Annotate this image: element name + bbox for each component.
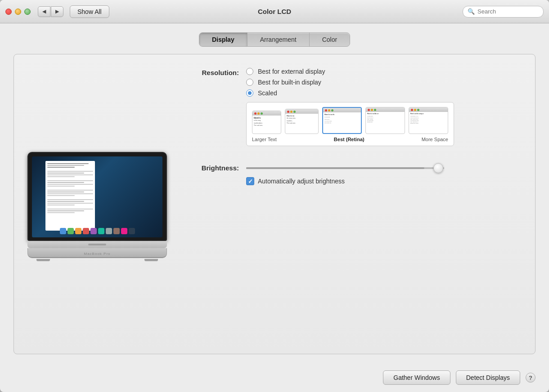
doc-line xyxy=(47,173,84,174)
doc-line xyxy=(47,195,75,196)
scale-preview-large: Here's to the crazy ones. troublem... Th… xyxy=(285,109,319,134)
search-input[interactable] xyxy=(477,8,539,15)
maximize-button[interactable] xyxy=(24,9,31,15)
radio-best-builtin[interactable]: Best for built-in display xyxy=(246,79,454,86)
doc-line xyxy=(47,199,93,200)
preview-dot-yellow xyxy=(371,109,373,111)
detect-displays-button[interactable]: Detect Displays xyxy=(456,370,520,385)
minimize-button[interactable] xyxy=(15,9,21,15)
scale-option-larger-text[interactable]: Here's to the crazy troublemakers The ro… xyxy=(252,111,281,134)
dock-icon xyxy=(129,228,135,234)
scale-preview-larger-text: Here's to the crazy troublemakers The ro… xyxy=(252,111,281,134)
help-button[interactable]: ? xyxy=(526,373,536,383)
tabs-container: Display Arrangement Color xyxy=(199,32,350,47)
back-button[interactable]: ◀ xyxy=(38,6,50,17)
radio-dot-scaled xyxy=(248,91,252,95)
show-all-button[interactable]: Show All xyxy=(70,5,109,18)
auto-brightness-row: ✓ Automatically adjust brightness xyxy=(246,177,522,185)
preview-titlebar xyxy=(366,107,405,112)
radio-circle-best-external[interactable] xyxy=(246,68,253,75)
scale-option-best-retina[interactable]: Here's to th troublemak ones who... The … xyxy=(322,107,362,134)
brightness-controls xyxy=(246,167,444,169)
doc-line xyxy=(47,186,75,187)
radio-scaled[interactable]: Scaled xyxy=(246,89,454,97)
dock-icon xyxy=(75,228,81,234)
doc-line xyxy=(47,192,84,192)
doc-line xyxy=(47,180,93,181)
auto-brightness-checkbox[interactable]: ✓ xyxy=(246,177,254,185)
radio-circle-scaled[interactable] xyxy=(246,89,253,97)
scale-label-larger-text: Larger Text xyxy=(252,137,277,142)
dock-icon xyxy=(60,228,66,234)
preview-content: Here's to the crazy o troublemakers. The… xyxy=(409,112,448,134)
scale-option-more-space[interactable]: Here's to the crazy o troublemakers. The… xyxy=(409,107,448,134)
doc-line xyxy=(47,182,84,183)
dock-icon xyxy=(68,228,74,234)
scale-preview-small: Here's to the cr troublemakers, ones who… xyxy=(365,107,405,134)
dock-icon xyxy=(106,228,112,234)
brightness-slider[interactable] xyxy=(246,167,444,169)
dock-icon xyxy=(98,228,104,234)
dock-icon xyxy=(121,228,127,234)
macbook-screen xyxy=(32,156,162,237)
macbook-illustration: MacBook Pro xyxy=(27,152,167,261)
scale-label-best-retina: Best (Retina) xyxy=(334,137,364,142)
doc-line xyxy=(47,176,75,177)
macbook-area: MacBook Pro xyxy=(27,68,167,345)
preview-dot-red xyxy=(254,112,256,115)
panel-body: MacBook Pro Resolution: xyxy=(27,68,522,345)
preview-titlebar xyxy=(409,107,448,112)
titlebar: ◀ ▶ Show All Color LCD 🔍 xyxy=(0,0,549,23)
radio-best-external[interactable]: Best for external display xyxy=(246,68,454,75)
doc-lines xyxy=(47,163,93,213)
preview-dot-yellow xyxy=(414,109,416,111)
tab-arrangement[interactable]: Arrangement xyxy=(248,33,310,46)
doc-line xyxy=(47,203,93,204)
macbook-bottom: MacBook Pro xyxy=(27,248,167,258)
dock-icon xyxy=(90,228,97,234)
scale-option-large[interactable]: Here's to the crazy ones. troublem... Th… xyxy=(285,109,319,134)
brightness-slider-thumb[interactable] xyxy=(433,163,443,173)
doc-line xyxy=(47,212,75,213)
resolution-label: Resolution: xyxy=(185,68,239,76)
doc-line xyxy=(47,165,84,166)
preview-dot-green xyxy=(293,111,296,113)
preview-content: Here's to the crazy troublemakers The ro… xyxy=(252,116,281,134)
scale-option-small[interactable]: Here's to the cr troublemakers, ones who… xyxy=(365,107,405,134)
settings-area: Resolution: Best for external display Be… xyxy=(185,68,522,345)
traffic-lights xyxy=(5,9,31,15)
screen-doc xyxy=(45,161,95,231)
scale-preview-more-space: Here's to the crazy o troublemakers. The… xyxy=(409,107,448,134)
tab-color[interactable]: Color xyxy=(310,33,350,46)
radio-label-best-external: Best for external display xyxy=(258,68,325,75)
doc-line xyxy=(47,171,93,172)
preview-dot-green xyxy=(331,109,333,111)
radio-label-best-builtin: Best for built-in display xyxy=(258,79,321,86)
doc-line xyxy=(47,210,84,211)
tab-display[interactable]: Display xyxy=(199,33,248,46)
preview-dot-red xyxy=(411,109,413,111)
doc-line xyxy=(47,174,93,175)
preview-titlebar xyxy=(323,108,361,112)
close-button[interactable] xyxy=(5,9,12,15)
doc-line xyxy=(47,193,93,194)
resolution-options: Best for external display Best for built… xyxy=(246,68,454,146)
radio-label-scaled: Scaled xyxy=(258,89,277,97)
gather-windows-button[interactable]: Gather Windows xyxy=(383,370,450,385)
checkmark-icon: ✓ xyxy=(248,178,253,184)
search-icon: 🔍 xyxy=(468,8,475,15)
doc-line xyxy=(47,167,75,168)
radio-circle-best-builtin[interactable] xyxy=(246,79,253,86)
preview-content: Here's to the crazy ones. troublem... Th… xyxy=(285,114,318,134)
display-panel: MacBook Pro Resolution: xyxy=(14,54,536,354)
screen-dock xyxy=(32,227,162,236)
search-box[interactable]: 🔍 xyxy=(463,6,544,18)
forward-button[interactable]: ▶ xyxy=(51,6,63,17)
preview-dot-green xyxy=(417,109,419,111)
preview-dot-red xyxy=(325,109,327,111)
macbook-feet xyxy=(27,259,167,261)
preview-dot-green xyxy=(261,112,263,115)
resolution-section: Resolution: Best for external display Be… xyxy=(185,68,522,146)
scale-label-more-space: More Space xyxy=(422,137,448,142)
nav-buttons: ◀ ▶ xyxy=(38,6,63,17)
